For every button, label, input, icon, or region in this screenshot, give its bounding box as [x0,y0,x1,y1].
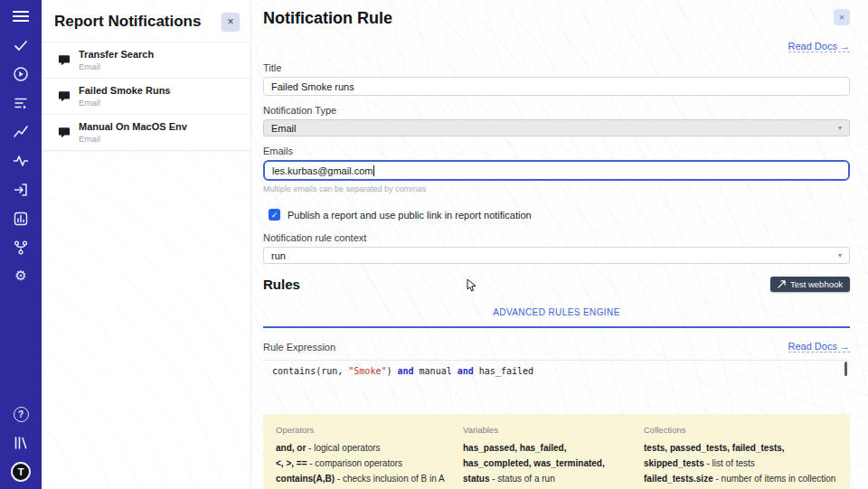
sidebar-item-settings[interactable]: ⚙ [0,268,42,285]
list-item[interactable]: Failed Smoke Runs Email [42,79,250,115]
text-caret [373,165,374,176]
emails-helper-text: Multiple emails can be separated by comm… [263,184,850,193]
publish-checkbox[interactable]: ✓ [269,209,280,221]
help-column-header: Operators [276,425,450,435]
test-webhook-label: Test webhook [790,279,843,289]
menu-button[interactable] [0,7,42,24]
rule-context-value: run [271,250,286,261]
chevron-down-icon: ▾ [838,251,842,259]
notification-type-value: Email [271,123,297,134]
code-token: has_failed [474,366,533,376]
chat-bubble-icon [58,54,71,66]
help-entry: contains(A,B) - checks inclusion of B in… [276,471,450,486]
page-title: Notification Rule [263,9,392,28]
panel-close-button[interactable]: × [222,13,240,31]
emails-input[interactable]: les.kurbas@gmail.com [263,160,850,181]
read-docs-link[interactable]: Read Docs → [788,341,850,353]
chat-bubble-icon [58,90,71,102]
help-column-operators: Operators and, or - logical operators <,… [276,425,450,489]
notification-subtitle: Email [79,61,154,71]
emails-label: Emails [263,146,850,156]
emails-value: les.kurbas@gmail.com [272,165,373,176]
code-token: manual [414,366,458,376]
code-token: contains(run, [272,366,348,376]
exit-icon [13,182,29,198]
rules-heading: Rules [263,277,300,292]
list-item[interactable]: Manual On MacOS Env Email [42,115,250,151]
tab-advanced-rules-engine[interactable]: ADVANCED RULES ENGINE [493,307,619,317]
library-icon [13,435,29,451]
gear-icon: ⚙ [14,269,26,283]
publish-checkbox-label: Publish a report and use public link in … [288,210,532,221]
test-webhook-button[interactable]: Test webhook [770,277,850,292]
app: { "icons": { "close": "×", "select_arrow… [0,0,868,489]
syntax-help-panel: Operators and, or - logical operators <,… [263,414,850,489]
sidebar: ⚙ ? T [0,0,42,489]
notification-type-select[interactable]: Email ▾ [263,119,850,136]
checkmark-icon: ✓ [271,211,278,220]
report-notifications-panel: Report Notifications × Transfer Search E… [42,0,251,489]
code-token-keyword: and [398,366,414,376]
sidebar-item-plans[interactable] [0,94,42,111]
notification-subtitle: Email [79,134,187,144]
help-entry: tests, passed_tests, failed_tests, skipp… [644,440,837,471]
activity-icon [13,153,29,169]
close-icon: × [227,15,233,28]
sidebar-item-branches[interactable] [0,239,42,256]
chat-bubble-icon [58,127,71,138]
webhook-icon [778,280,786,288]
help-column-header: Collections [644,425,837,435]
docs-button[interactable] [0,434,42,451]
code-token-string: "Smoke" [348,366,386,376]
notification-title: Manual On MacOS Env [79,121,187,132]
panel-title: Report Notifications [54,13,201,31]
notification-subtitle: Email [79,98,170,108]
logo-avatar[interactable]: T [11,462,31,482]
help-icon: ? [14,407,29,422]
sidebar-item-pulse[interactable] [0,152,42,169]
bar-chart-icon [13,211,29,227]
code-token: ) [386,366,397,376]
title-input[interactable] [263,77,850,96]
notification-type-label: Notification Type [263,105,850,116]
list-icon [13,95,29,111]
code-token-keyword: and [458,366,474,376]
help-entry: and, or - logical operators [276,440,450,456]
sidebar-item-analytics[interactable] [0,123,42,140]
sidebar-item-tasks[interactable] [0,36,42,53]
help-column-variables: Variables has_passed, has_failed, has_co… [463,425,631,489]
help-entry: has_passed, has_failed, has_completed, w… [463,440,631,486]
sidebar-bottom: ? T [0,406,42,482]
title-label: Title [263,62,850,73]
rule-expression-label: Rule Expression [263,342,335,353]
help-button[interactable]: ? [0,406,42,423]
rules-tab-bar: ADVANCED RULES ENGINE [263,303,850,328]
rule-expression-editor[interactable]: contains(run, "Smoke") and manual and ha… [263,360,850,407]
trend-icon [13,124,29,140]
list-item[interactable]: Transfer Search Email [42,42,250,79]
sidebar-item-import[interactable] [0,181,42,198]
close-icon: × [839,12,844,23]
menu-icon [13,10,29,23]
notification-rule-panel: Notification Rule × Read Docs → Title No… [251,0,868,489]
main-close-button[interactable]: × [834,9,850,25]
notification-title: Transfer Search [79,49,154,60]
help-entry: <, >, == - comparison operators [276,456,450,471]
rule-context-select[interactable]: run ▾ [263,247,850,264]
chevron-down-icon: ▾ [838,124,842,132]
help-column-collections: Collections tests, passed_tests, failed_… [644,425,837,489]
help-entry: failed_tests.size - number of items in c… [644,471,837,486]
rule-context-label: Notification rule context [263,232,850,243]
check-icon [13,37,29,53]
editor-scrollbar[interactable] [844,362,847,376]
sidebar-item-runs[interactable] [0,65,42,82]
sidebar-item-reports[interactable] [0,210,42,227]
mouse-cursor [467,278,477,293]
help-column-header: Variables [463,425,631,435]
play-circle-icon [13,66,29,82]
read-docs-link[interactable]: Read Docs → [788,41,850,52]
git-branch-icon [13,240,29,256]
notification-list: Transfer Search Email Failed Smoke Runs … [42,42,250,151]
notification-title: Failed Smoke Runs [79,85,170,96]
